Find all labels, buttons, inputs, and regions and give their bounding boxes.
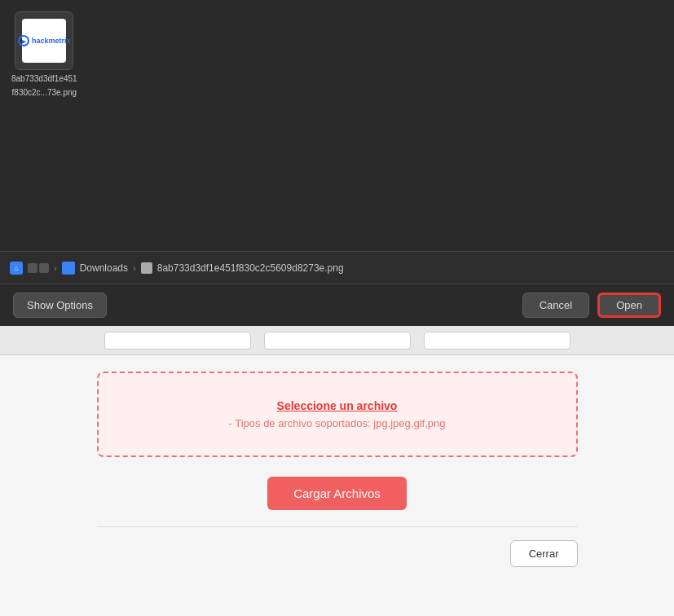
upload-drop-zone[interactable]: Seleccione un archivo - Tipos de archivo… <box>97 372 578 457</box>
upload-zone-container: Seleccione un archivo - Tipos de archivo… <box>97 372 578 510</box>
upload-zone-title: Seleccione un archivo <box>118 399 557 412</box>
picker-action-buttons: Cancel Open <box>522 293 661 318</box>
downloads-folder-icon <box>62 262 75 275</box>
list-icon <box>39 263 49 273</box>
web-top-field-2 <box>264 332 411 350</box>
grid-icon <box>28 263 37 273</box>
open-button[interactable]: Open <box>597 293 661 318</box>
upload-zone-subtitle: - Tipos de archivo soportados: jpg,jpeg,… <box>118 417 557 429</box>
breadcrumb-chevron1: › <box>54 263 57 273</box>
file-thumbnail: hackmetrix <box>15 11 73 70</box>
breadcrumb-chevron2: › <box>133 263 136 273</box>
breadcrumb-downloads[interactable]: Downloads <box>80 262 128 274</box>
file-desktop-area: hackmetrix 8ab733d3df1e451 f830c2c...73e… <box>0 0 674 251</box>
hackmetrix-play-icon <box>18 35 29 46</box>
web-page-area: Seleccione un archivo - Tipos de archivo… <box>0 326 674 616</box>
home-icon: ⌂ <box>10 262 23 275</box>
web-top-field-3 <box>424 332 570 350</box>
file-icon-item[interactable]: hackmetrix 8ab733d3df1e451 f830c2c...73e… <box>11 11 77 98</box>
breadcrumb-bar: ⌂ › Downloads › 8ab733d3df1e451f830c2c56… <box>0 251 674 284</box>
breadcrumb-file-icon <box>141 262 152 274</box>
close-row: Cerrar <box>97 526 578 567</box>
view-toggle[interactable] <box>28 263 49 273</box>
file-name-line1: 8ab733d3df1e451 <box>11 73 77 84</box>
cargar-archivos-button[interactable]: Cargar Archivos <box>267 477 407 510</box>
web-top-field-1 <box>104 332 251 350</box>
web-top-strip <box>0 326 674 355</box>
show-options-button[interactable]: Show Options <box>13 293 107 318</box>
hackmetrix-text: hackmetrix <box>32 37 71 45</box>
cancel-button[interactable]: Cancel <box>522 293 589 318</box>
file-name-line2: f830c2c...73e.png <box>12 87 77 98</box>
file-picker: hackmetrix 8ab733d3df1e451 f830c2c...73e… <box>0 0 674 326</box>
picker-bottom-bar: Show Options Cancel Open <box>0 284 674 326</box>
breadcrumb-filename: 8ab733d3df1e451f830c2c5609d8273e.png <box>157 262 344 274</box>
file-preview-inner: hackmetrix <box>22 19 66 63</box>
upload-button-row: Cargar Archivos <box>97 477 578 510</box>
cerrar-button[interactable]: Cerrar <box>510 540 578 567</box>
hackmetrix-logo: hackmetrix <box>18 35 71 46</box>
